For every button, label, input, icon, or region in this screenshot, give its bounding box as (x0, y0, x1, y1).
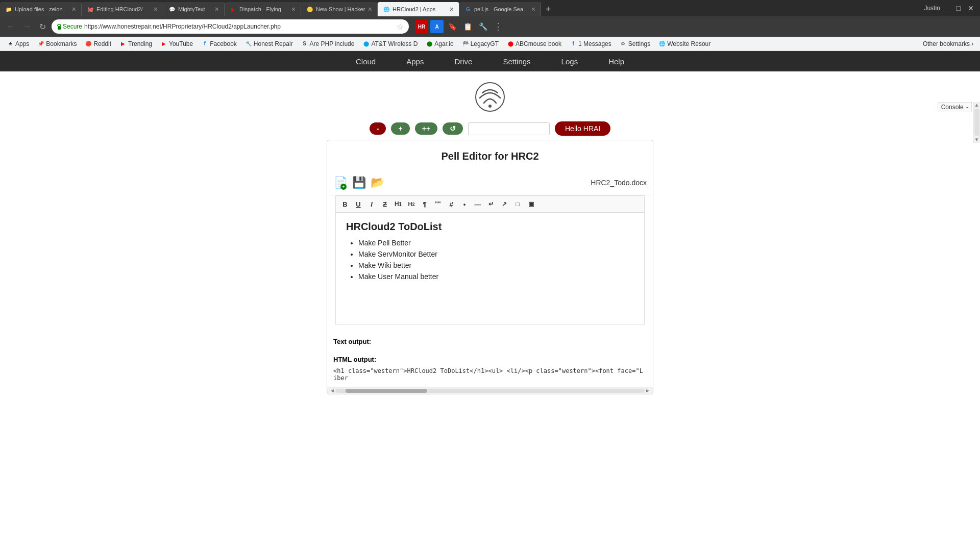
todo-list: Make Pell Better Make ServMonitor Better… (358, 239, 634, 281)
double-plus-button[interactable]: ++ (415, 122, 437, 135)
console-minus-btn[interactable]: - (966, 104, 968, 111)
extension-icon-2[interactable]: A (430, 20, 444, 33)
tab-close-dispatch[interactable]: × (291, 5, 296, 13)
tab-hrcloud[interactable]: 🌐 HRCloud2 | Apps × (378, 2, 459, 16)
pell-strikethrough-btn[interactable]: Z (379, 198, 391, 210)
bookmark-youtube[interactable]: ▶ YouTube (157, 39, 197, 48)
nav-cloud[interactable]: Cloud (356, 57, 376, 66)
scroll-up-btn[interactable]: ▲ (974, 102, 980, 108)
menu-button[interactable]: ⋮ (492, 20, 505, 33)
bookmark-reddit[interactable]: 🔴 Reddit (81, 39, 115, 48)
pell-table-btn[interactable]: ▣ (525, 198, 537, 210)
nav-logs[interactable]: Logs (561, 57, 578, 66)
hello-input[interactable] (468, 122, 550, 135)
tab-favicon-upload: 📁 (5, 6, 12, 13)
hscroll-right-btn[interactable]: ► (645, 388, 651, 393)
text-output-label: Text output: (333, 338, 647, 345)
pell-hr-btn[interactable]: — (472, 198, 484, 210)
bookmark-website-resources[interactable]: 🌐 Website Resour (655, 39, 714, 48)
tab-upload[interactable]: 📁 Upload files - zelon × (0, 2, 82, 16)
tab-mightytext[interactable]: 💬 MightyText × (163, 2, 225, 16)
minimize-button[interactable]: _ (943, 4, 951, 12)
bookmark-settings[interactable]: ⚙ Settings (616, 39, 654, 48)
tab-close-newshow[interactable]: × (368, 5, 372, 13)
star-icon[interactable]: ☆ (397, 22, 404, 32)
bookmark-legacygt[interactable]: 🏁 LegacyGT (458, 39, 502, 48)
bookmark-messages[interactable]: f 1 Messages (566, 39, 615, 48)
tab-close-mightytext[interactable]: × (215, 5, 219, 13)
right-scrollbar[interactable]: ▲ ▼ (973, 102, 980, 143)
pell-h2-btn[interactable]: H2 (405, 198, 418, 210)
bookmark-facebook[interactable]: f Facebook (198, 39, 240, 48)
pell-indent-btn[interactable]: ↵ (485, 198, 497, 210)
scroll-down-btn[interactable]: ▼ (974, 137, 980, 143)
bookmark-honestrepair[interactable]: 🔧 Honest Repair (241, 39, 297, 48)
tab-pelljs[interactable]: G pell.js - Google Sea × (459, 2, 541, 16)
hello-hrai-button[interactable]: Hello HRAI (555, 121, 610, 136)
bookmark-honestrepair-icon: 🔧 (245, 40, 252, 47)
nav-apps[interactable]: Apps (406, 57, 424, 66)
forward-button[interactable]: → (20, 21, 34, 32)
extension-icon-1[interactable]: HR (415, 20, 428, 33)
tab-editing[interactable]: 🐙 Editing HRCloud2/ × (82, 2, 163, 16)
plus-button[interactable]: + (391, 122, 409, 135)
tab-label-dispatch: Dispatch - Flying (239, 6, 289, 12)
bookmark-att[interactable]: ⬤ AT&T Wireless D (359, 39, 421, 48)
new-tab-button[interactable]: + (541, 2, 555, 16)
horizontal-scrollbar[interactable]: ◄ ► (327, 387, 653, 394)
bookmark-apps[interactable]: ★ Apps (3, 39, 33, 48)
pell-italic-btn[interactable]: I (365, 198, 378, 210)
username-label: Justin (924, 5, 940, 12)
pell-outdent-btn[interactable]: ↗ (498, 198, 510, 210)
refresh-button[interactable]: ↻ (37, 21, 48, 33)
bookmarks-bar: ★ Apps 📌 Bookmarks 🔴 Reddit ▶ Trending ▶… (0, 37, 980, 51)
extension-icon-5[interactable]: 🔧 (476, 20, 489, 33)
pell-olist-btn[interactable]: # (445, 198, 457, 210)
hscroll-left-btn[interactable]: ◄ (329, 388, 335, 393)
bookmark-trending[interactable]: ▶ Trending (116, 39, 156, 48)
address-bar[interactable]: Secure https://www.honestrepair.net/HRPr… (52, 19, 409, 34)
nav-help[interactable]: Help (608, 57, 624, 66)
close-window-button[interactable]: ✕ (966, 4, 976, 12)
bookmark-arephp[interactable]: S Are PHP include (298, 39, 358, 48)
new-file-button[interactable]: 📄 + (333, 174, 348, 191)
bookmark-abcmouse-label: ABCmouse book (516, 40, 561, 47)
bookmark-agario[interactable]: ⬤ Agar.io (422, 39, 457, 48)
pell-quote-btn[interactable]: "" (432, 198, 444, 210)
extension-icon-4[interactable]: 📋 (461, 20, 474, 33)
bookmark-abcmouse[interactable]: ⬤ ABCmouse book (503, 39, 565, 48)
tab-newshow[interactable]: 🟡 New Show | Hacker × (301, 2, 378, 16)
minus-button[interactable]: - (370, 122, 386, 135)
tab-favicon-mightytext: 💬 (168, 6, 176, 13)
bookmark-other[interactable]: Other bookmarks › (919, 39, 977, 48)
save-file-button[interactable]: 💾 (352, 174, 366, 191)
open-folder-button[interactable]: 📂 (370, 174, 384, 191)
tab-close-hrcloud[interactable]: × (450, 5, 454, 13)
pell-bold-btn[interactable]: B (339, 198, 351, 210)
tab-dispatch[interactable]: ▶ Dispatch - Flying × (225, 2, 301, 16)
console-panel-label: Console - (938, 102, 972, 112)
user-area: Justin _ □ ✕ (924, 0, 976, 16)
tab-close-editing[interactable]: × (154, 5, 158, 13)
refresh-ctrl-button[interactable]: ↺ (443, 122, 463, 135)
tab-label-upload: Upload files - zelon (15, 6, 69, 12)
pell-editor-content[interactable]: HRCloud2 ToDoList Make Pell Better Make … (335, 212, 645, 324)
pell-ulist-btn[interactable]: • (458, 198, 471, 210)
maximize-button[interactable]: □ (954, 4, 963, 12)
bookmark-settings-label: Settings (628, 40, 650, 47)
tab-label-newshow: New Show | Hacker (316, 6, 365, 12)
hscroll-thumb[interactable] (346, 389, 427, 393)
tab-close-upload[interactable]: × (72, 5, 76, 13)
tab-close-pelljs[interactable]: × (531, 5, 535, 13)
todo-item-2: Make ServMonitor Better (358, 250, 634, 258)
back-button[interactable]: ← (4, 21, 17, 32)
nav-drive[interactable]: Drive (454, 57, 472, 66)
extension-icon-3[interactable]: 🔖 (446, 20, 459, 33)
doc-heading: HRCloud2 ToDoList (346, 221, 634, 233)
pell-h1-btn[interactable]: H1 (392, 198, 404, 210)
bookmark-bookmarks[interactable]: 📌 Bookmarks (34, 39, 80, 48)
pell-paragraph-btn[interactable]: ¶ (419, 198, 431, 210)
pell-image-btn[interactable]: □ (511, 198, 524, 210)
pell-underline-btn[interactable]: U (352, 198, 364, 210)
nav-settings[interactable]: Settings (503, 57, 530, 66)
